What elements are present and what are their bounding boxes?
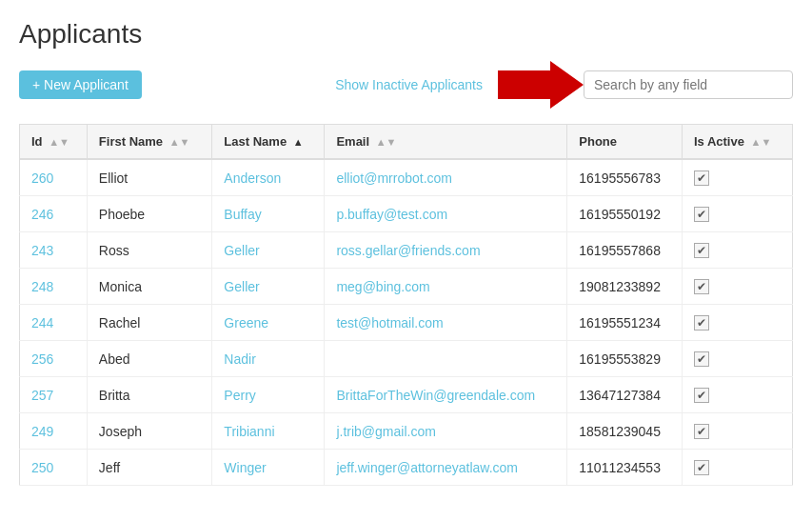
cell-id[interactable]: 246 [20,196,88,232]
table-body: 260ElliotAndersonelliot@mrrobot.com16195… [20,159,793,486]
cell-last-name[interactable]: Perry [212,377,325,413]
cell-id[interactable]: 243 [20,232,88,269]
is-active-checkbox[interactable]: ✔ [694,388,709,403]
cell-last-name[interactable]: Nadir [212,341,325,377]
table-row: 256AbedNadir16195553829✔ [20,341,793,377]
top-bar-left: + New Applicant [19,70,142,99]
cell-first-name: Phoebe [87,196,212,232]
col-label-is-active: Is Active [694,134,744,149]
cell-is-active: ✔ [682,269,792,305]
col-label-phone: Phone [579,134,617,149]
cell-id[interactable]: 248 [20,269,88,305]
cell-is-active: ✔ [682,341,792,377]
cell-last-name[interactable]: Buffay [212,196,325,232]
svg-marker-0 [498,61,584,109]
search-input[interactable] [584,70,793,99]
cell-id[interactable]: 256 [20,341,88,377]
table-row: 244RachelGreenetest@hotmail.com161955512… [20,305,793,341]
table-header-row: Id ▲▼ First Name ▲▼ Last Name ▲ Email ▲▼… [20,125,793,160]
cell-phone: 16195553829 [567,341,683,377]
col-label-first-name: First Name [99,134,163,149]
cell-id[interactable]: 250 [20,450,88,486]
cell-first-name: Rachel [87,305,212,341]
cell-last-name[interactable]: Geller [212,269,325,305]
search-row [498,61,793,109]
cell-last-name[interactable]: Anderson [212,159,325,196]
col-header-email[interactable]: Email ▲▼ [325,125,567,160]
new-applicant-button[interactable]: + New Applicant [19,70,142,99]
top-bar-right: Show Inactive Applicants [335,61,793,109]
cell-last-name[interactable]: Tribianni [212,413,325,450]
cell-email[interactable]: ross.gellar@friends.com [325,232,567,269]
cell-first-name: Abed [87,341,212,377]
col-label-email: Email [336,134,369,149]
cell-email[interactable]: BrittaForTheWin@greendale.com [325,377,567,413]
cell-is-active: ✔ [682,232,792,269]
cell-email[interactable]: jeff.winger@attorneyatlaw.com [325,450,567,486]
show-inactive-link[interactable]: Show Inactive Applicants [335,77,483,92]
col-header-is-active[interactable]: Is Active ▲▼ [682,125,792,160]
cell-first-name: Monica [87,269,212,305]
cell-phone: 16195551234 [567,305,683,341]
cell-email[interactable]: elliot@mrrobot.com [325,159,567,196]
cell-id[interactable]: 260 [20,159,88,196]
table-row: 257BrittaPerryBrittaForTheWin@greendale.… [20,377,793,413]
col-header-phone[interactable]: Phone [567,125,683,160]
table-row: 260ElliotAndersonelliot@mrrobot.com16195… [20,159,793,196]
cell-first-name: Elliot [87,159,212,196]
cell-is-active: ✔ [682,159,792,196]
right-arrow-icon [498,61,584,109]
cell-email[interactable] [325,341,567,377]
applicants-table: Id ▲▼ First Name ▲▼ Last Name ▲ Email ▲▼… [19,124,793,486]
is-active-checkbox[interactable]: ✔ [694,424,709,439]
cell-id[interactable]: 257 [20,377,88,413]
cell-email[interactable]: meg@bing.com [325,269,567,305]
sort-icon-first-name: ▲▼ [169,136,190,148]
is-active-checkbox[interactable]: ✔ [694,315,709,331]
cell-email[interactable]: p.buffay@test.com [325,196,567,232]
col-header-id[interactable]: Id ▲▼ [20,125,88,160]
table-row: 250JeffWingerjeff.winger@attorneyatlaw.c… [20,450,793,486]
cell-is-active: ✔ [682,413,792,450]
sort-icon-is-active: ▲▼ [751,136,772,148]
cell-last-name[interactable]: Geller [212,232,325,269]
is-active-checkbox[interactable]: ✔ [694,170,709,186]
cell-phone: 13647127384 [567,377,683,413]
col-label-last-name: Last Name [224,134,287,149]
sort-icon-email: ▲▼ [376,136,397,148]
cell-is-active: ✔ [682,305,792,341]
sort-icon-id: ▲▼ [49,136,69,148]
cell-is-active: ✔ [682,377,792,413]
table-row: 243RossGellerross.gellar@friends.com1619… [20,232,793,269]
cell-email[interactable]: j.trib@gmail.com [325,413,567,450]
cell-phone: 16195557868 [567,232,683,269]
cell-first-name: Jeff [87,450,212,486]
cell-id[interactable]: 249 [20,413,88,450]
table-row: 249JosephTribiannij.trib@gmail.com185812… [20,413,793,450]
arrow-container [498,61,584,109]
is-active-checkbox[interactable]: ✔ [694,351,709,367]
cell-id[interactable]: 244 [20,305,88,341]
col-header-first-name[interactable]: First Name ▲▼ [87,125,212,160]
cell-last-name[interactable]: Winger [212,450,325,486]
is-active-checkbox[interactable]: ✔ [694,279,709,294]
col-label-id: Id [31,134,43,149]
is-active-checkbox[interactable]: ✔ [694,243,709,258]
top-bar: + New Applicant Show Inactive Applicants [19,61,793,109]
col-header-last-name[interactable]: Last Name ▲ [212,125,325,160]
table-row: 248MonicaGellermeg@bing.com19081233892✔ [20,269,793,305]
cell-first-name: Ross [87,232,212,269]
cell-phone: 16195550192 [567,196,683,232]
is-active-checkbox[interactable]: ✔ [694,207,709,222]
cell-last-name[interactable]: Greene [212,305,325,341]
page-title: Applicants [19,19,793,50]
cell-email[interactable]: test@hotmail.com [325,305,567,341]
cell-first-name: Joseph [87,413,212,450]
is-active-checkbox[interactable]: ✔ [694,460,709,475]
cell-phone: 19081233892 [567,269,683,305]
cell-is-active: ✔ [682,450,792,486]
cell-phone: 11011234553 [567,450,683,486]
cell-phone: 18581239045 [567,413,683,450]
table-row: 246PhoebeBuffayp.buffay@test.com16195550… [20,196,793,232]
cell-phone: 16195556783 [567,159,683,196]
